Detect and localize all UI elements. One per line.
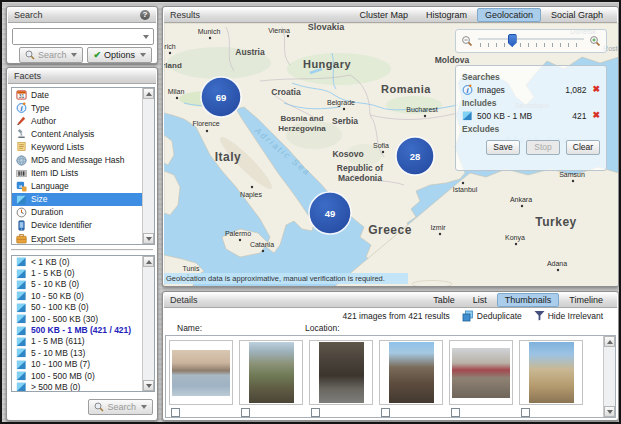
city-label: Catania <box>250 241 274 248</box>
thumbnail-baroque-church-photo[interactable] <box>519 340 583 405</box>
city-dot <box>424 115 426 117</box>
tab-geolocation[interactable]: Geolocation <box>477 8 541 22</box>
save-button[interactable]: Save <box>486 140 520 155</box>
facet-item-author[interactable]: Author <box>12 114 142 127</box>
size-value-item[interactable]: > 500 MB (0) <box>12 381 142 391</box>
thumbnail-coastal-sunset-photo[interactable] <box>169 340 233 405</box>
thumbnail-checkbox[interactable] <box>241 408 250 417</box>
results-summary: 421 images from 421 results <box>343 311 450 321</box>
facet-item-date[interactable]: 31Date <box>12 88 142 101</box>
search-button[interactable]: Search <box>19 47 84 63</box>
scroll-up-icon[interactable] <box>143 88 154 99</box>
thumbnail-checkbox[interactable] <box>311 408 320 417</box>
thumbnail-old-town-cobbled-street-photo[interactable] <box>309 340 373 405</box>
tab-social-graph[interactable]: Social Graph <box>543 8 611 22</box>
application-window: Search ? Search ✔ Options Facets <box>0 0 621 424</box>
size-value-item[interactable]: 500 KB - 1 MB (421 / 421) <box>12 324 142 335</box>
facet-item-item-id-lists[interactable]: Item ID Lists <box>12 167 142 180</box>
size-value-item[interactable]: 10 - 100 MB (7) <box>12 359 142 370</box>
size-icon <box>16 302 27 313</box>
size-icon <box>16 290 27 301</box>
thumbnail-image <box>452 348 510 398</box>
tab-histogram[interactable]: Histogram <box>418 8 475 22</box>
details-panel-titlebar: Details TableListThumbnailsTimeline <box>164 293 617 308</box>
size-value-item[interactable]: 50 - 100 KB (0) <box>12 302 142 313</box>
combobox-dropdown-icon[interactable] <box>139 29 153 44</box>
facet-item-language[interactable]: aLanguage <box>12 180 142 193</box>
scroll-up-icon[interactable] <box>143 256 154 267</box>
city-dot <box>262 250 264 252</box>
thumbnail-checkbox[interactable] <box>171 408 180 417</box>
thumbnail-checkbox[interactable] <box>381 408 390 417</box>
facet-search-dropdown-icon[interactable] <box>141 405 147 409</box>
city-dot <box>462 182 464 184</box>
size-value-label: 1 - 5 KB (0) <box>31 268 74 278</box>
geolocation-map[interactable]: Adriatic SeaBlack SeaSlovakiaAustriaHung… <box>164 23 617 285</box>
facet-item-md5-and-message-hash[interactable]: MD5 and Message Hash <box>12 153 142 166</box>
filter-icon <box>534 310 545 321</box>
deduplicate-button[interactable]: Deduplicate <box>462 310 522 322</box>
facet-search-button[interactable]: Search <box>88 399 153 415</box>
size-value-item[interactable]: 1 - 5 MB (611) <box>12 336 142 347</box>
constraint-row: 500 KB - 1 MB421✖ <box>462 109 600 122</box>
city-dot <box>206 130 208 132</box>
facet-item-label: Export Sets <box>31 234 75 244</box>
thumbnail-checkbox[interactable] <box>521 408 530 417</box>
facet-item-export-sets[interactable]: Export Sets <box>12 232 142 244</box>
stop-button[interactable]: Stop <box>526 140 560 155</box>
tab-timeline[interactable]: Timeline <box>561 293 611 307</box>
facet-item-content-analysis[interactable]: Content Analysis <box>12 127 142 140</box>
size-value-item[interactable]: 5 - 10 KB (0) <box>12 279 142 290</box>
size-value-item[interactable]: 1 - 5 KB (0) <box>12 267 142 278</box>
facet-item-duration[interactable]: Duration <box>12 206 142 219</box>
details-panel-title: Details <box>170 295 198 305</box>
size-values-list: < 1 KB (0)1 - 5 KB (0)5 - 10 KB (0)10 - … <box>11 255 155 392</box>
options-dropdown-icon[interactable] <box>140 53 146 57</box>
search-panel: Search ? Search ✔ Options <box>6 6 158 64</box>
remove-constraint-icon[interactable]: ✖ <box>592 111 600 120</box>
scroll-up-icon[interactable] <box>604 336 615 347</box>
thumbnail-checkbox[interactable] <box>451 408 460 417</box>
thumbnails-scrollbar[interactable] <box>603 336 615 417</box>
tab-cluster-map[interactable]: Cluster Map <box>351 8 416 22</box>
city-dot <box>521 205 523 207</box>
help-icon[interactable]: ? <box>140 10 150 20</box>
size-icon <box>16 279 27 290</box>
size-value-item[interactable]: 100 - 500 KB (30) <box>12 313 142 324</box>
country-label: Kosovo <box>332 149 363 159</box>
scroll-down-icon[interactable] <box>143 233 154 244</box>
options-button[interactable]: ✔ Options <box>87 47 152 63</box>
tab-thumbnails[interactable]: Thumbnails <box>497 293 560 307</box>
facet-item-size[interactable]: Size <box>12 193 142 206</box>
clear-button[interactable]: Clear <box>566 140 600 155</box>
thumbnail-narrow-alley-photo[interactable] <box>379 340 443 405</box>
size-value-item[interactable]: 100 - 500 MB (0) <box>12 370 142 381</box>
remove-constraint-icon[interactable]: ✖ <box>592 85 600 94</box>
facet-item-device-identifier[interactable]: Device Identifier <box>12 219 142 232</box>
zoom-in-icon[interactable] <box>589 35 601 47</box>
search-panel-title: Search <box>14 10 43 20</box>
device-icon <box>16 220 27 231</box>
zoom-out-icon[interactable] <box>461 35 473 47</box>
hide-irrelevant-button[interactable]: Hide Irrelevant <box>534 310 603 321</box>
tab-list[interactable]: List <box>465 293 495 307</box>
search-dropdown-icon[interactable] <box>71 53 77 57</box>
country-label: Hungary <box>303 58 352 70</box>
size-value-item[interactable]: 5 - 10 MB (13) <box>12 347 142 358</box>
details-toolbar: 421 images from 421 results Deduplicate … <box>164 308 617 323</box>
zoom-track[interactable] <box>478 34 584 48</box>
size-value-item[interactable]: 10 - 50 KB (0) <box>12 290 142 301</box>
facet-list-scrollbar[interactable] <box>142 88 154 244</box>
facet-item-type[interactable]: iType <box>12 101 142 114</box>
type-icon: i <box>16 102 27 113</box>
facet-item-keyword-lists[interactable]: Keyword Lists <box>12 140 142 153</box>
size-value-item[interactable]: < 1 KB (0) <box>12 256 142 267</box>
scroll-down-icon[interactable] <box>604 406 615 417</box>
results-panel: Results Cluster MapHistogramGeolocationS… <box>162 6 619 287</box>
size-list-scrollbar[interactable] <box>142 256 154 391</box>
search-input[interactable] <box>13 29 139 44</box>
thumbnail-house-flower-boxes-photo[interactable] <box>449 340 513 405</box>
scroll-down-icon[interactable] <box>143 380 154 391</box>
thumbnail-hillside-street-flowers-photo[interactable] <box>239 340 303 405</box>
tab-table[interactable]: Table <box>425 293 463 307</box>
